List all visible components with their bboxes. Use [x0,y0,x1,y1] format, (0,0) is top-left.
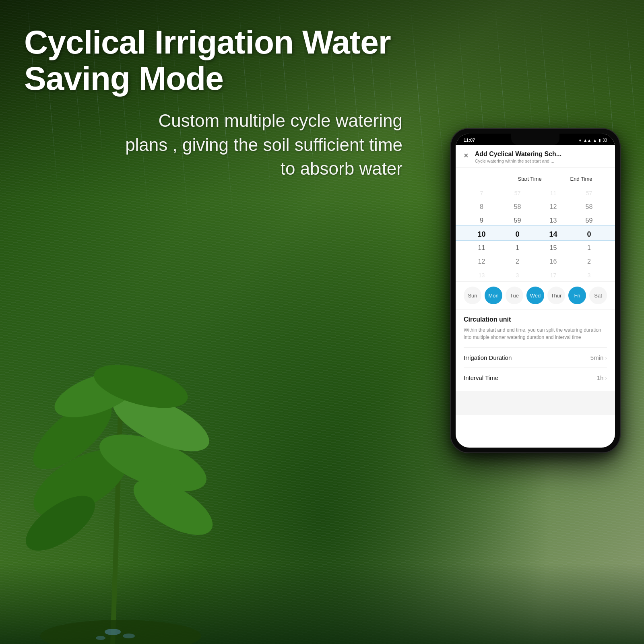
min-start: 59 [508,217,528,224]
circulation-title: Circulation unit [464,316,607,323]
hour-start: 11 [472,244,492,252]
min-start: 3 [508,272,528,279]
day-mon-button[interactable]: Mon [485,287,502,304]
phone-mockup: 11:07 8.7KB/s ∗ ▲▲ ▲ ▮ 33 × Add Cyclical… [451,129,620,452]
time-picker-scroll[interactable]: 7 57 11 57 8 58 12 58 9 59 [456,185,615,281]
header-title: Add Cyclical Watering Sch... [475,151,607,158]
subtitle-line1: Custom multiple cycle watering [159,111,402,130]
hour-end: 15 [543,244,564,252]
table-row: 8 58 12 58 [456,200,615,214]
hour-start: 12 [472,258,492,265]
chevron-right-icon: › [605,355,607,361]
bottom-splash-overlay [0,564,644,644]
table-row: 13 3 17 3 [456,268,615,281]
day-sun-button[interactable]: Sun [464,287,481,304]
hour-end: 13 [543,217,564,224]
table-row: 7 57 11 57 [456,186,615,200]
header-text: Add Cyclical Watering Sch... Cycle water… [475,151,607,163]
min-end: 1 [579,244,599,252]
day-sat-button[interactable]: Sat [589,287,607,304]
hero-subtitle: Custom multiple cycle watering plans , g… [24,109,419,180]
hour-end: 17 [543,272,564,279]
close-button[interactable]: × [464,151,469,159]
min-start: 2 [508,258,528,265]
signal-icon: ▲▲ [583,138,591,142]
min-end: 58 [579,203,599,211]
irrigation-duration-row[interactable]: Irrigation Duration 5min › [464,347,607,367]
hour-start: 7 [472,190,492,196]
min-end: 57 [579,190,599,196]
bottom-gray-area [456,391,615,415]
min-start: 58 [508,203,528,211]
phone-notch [511,134,559,145]
phone-screen: 11:07 8.7KB/s ∗ ▲▲ ▲ ▮ 33 × Add Cyclical… [456,134,615,448]
hour-end: 16 [543,258,564,265]
hour-start-selected: 10 [472,230,492,239]
min-end-selected: 0 [579,230,599,239]
table-row: 10 0 14 0 [456,227,615,241]
hour-end: 11 [543,190,564,196]
min-start: 1 [508,244,528,252]
hour-start: 9 [472,217,492,224]
start-time-label: Start Time [518,176,541,182]
irrigation-duration-label: Irrigation Duration [464,354,512,361]
interval-time-row[interactable]: Interval Time 1h › [464,367,607,388]
header-subtitle: Cycle watering within the set start and … [475,159,607,163]
hour-start: 8 [472,203,492,211]
min-end: 59 [579,217,599,224]
end-time-label: End Time [570,176,592,182]
circulation-description: Within the start and end time, you can s… [464,326,607,341]
main-title: Cyclical Irrigation Water Saving Mode [24,24,419,97]
min-start: 57 [508,190,528,196]
bluetooth-icon: ∗ [578,138,582,142]
hour-end: 12 [543,203,564,211]
hour-start: 13 [472,272,492,279]
chevron-right-icon: › [605,375,607,381]
irrigation-duration-val: 5min [590,354,604,361]
table-row: 12 2 16 2 [456,255,615,268]
status-time: 11:07 [464,138,475,142]
min-end: 3 [579,272,599,279]
irrigation-duration-value: 5min › [590,354,607,361]
hero-text-area: Cyclical Irrigation Water Saving Mode Cu… [24,24,419,181]
battery-icon: ▮ [599,138,601,142]
wifi-icon: ▲ [593,138,597,142]
interval-time-value: 1h › [597,374,607,381]
app-header: × Add Cyclical Watering Sch... Cycle wat… [456,145,615,168]
phone-frame: 11:07 8.7KB/s ∗ ▲▲ ▲ ▮ 33 × Add Cyclical… [451,129,620,452]
circulation-section: Circulation unit Within the start and en… [456,310,615,388]
interval-time-val: 1h [597,374,604,381]
day-fri-button[interactable]: Fri [568,287,586,304]
min-end: 2 [579,258,599,265]
battery-level: 33 [603,138,607,142]
day-tue-button[interactable]: Tue [506,287,523,304]
subtitle-line2: plans , giving the soil sufficient time [125,135,402,155]
min-start-selected: 0 [508,230,528,239]
hour-end-selected: 14 [543,230,564,239]
interval-time-label: Interval Time [464,374,498,381]
day-thur-button[interactable]: Thur [547,287,565,304]
time-picker-labels: Start Time End Time [456,172,615,185]
time-picker-section: Start Time End Time 7 57 11 57 [456,168,615,281]
status-icons: ∗ ▲▲ ▲ ▮ 33 [578,138,607,142]
day-wed-button[interactable]: Wed [526,287,544,304]
table-row: 11 1 15 1 [456,241,615,255]
day-selector: Sun Mon Tue Wed Thur Fri Sat [456,281,615,310]
subtitle-line3: to absorb water [281,159,402,178]
